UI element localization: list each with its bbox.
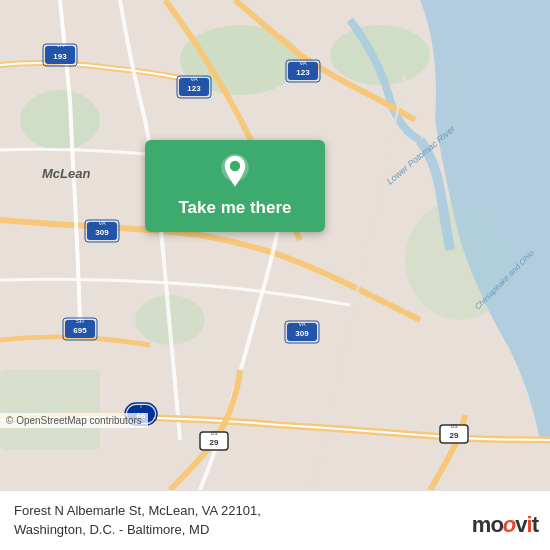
svg-text:VA: VA	[56, 42, 64, 48]
popup-container: Take me there	[145, 140, 325, 232]
bottom-bar: Forest N Albemarle St, McLean, VA 22101,…	[0, 490, 550, 550]
svg-text:I: I	[140, 403, 141, 409]
svg-text:SR: SR	[76, 318, 85, 324]
svg-text:309: 309	[95, 228, 109, 237]
svg-text:695: 695	[73, 326, 87, 335]
address-line2: Washington, D.C. - Baltimore, MD	[14, 522, 209, 537]
svg-point-45	[230, 161, 240, 171]
svg-text:VA: VA	[299, 60, 307, 66]
address-line1: Forest N Albemarle St, McLean, VA 22101,	[14, 503, 261, 518]
location-pin-icon	[217, 154, 253, 190]
svg-point-3	[20, 90, 100, 150]
moovit-logo-text: moovit	[472, 512, 538, 538]
svg-text:VA: VA	[298, 321, 306, 327]
svg-rect-6	[0, 370, 100, 450]
svg-text:123: 123	[296, 68, 310, 77]
svg-text:VA: VA	[98, 220, 106, 226]
moovit-logo: moovit	[472, 512, 538, 538]
svg-text:309: 309	[295, 329, 309, 338]
svg-text:US: US	[211, 430, 219, 436]
svg-text:US: US	[451, 423, 459, 429]
map-container: 193 VA 123 VA 123 VA 309 VA 309 VA 695 S…	[0, 0, 550, 490]
svg-text:McLean: McLean	[42, 166, 90, 181]
copyright-bar: © OpenStreetMap contributors	[0, 413, 148, 428]
svg-text:VA: VA	[190, 76, 198, 82]
svg-text:29: 29	[210, 438, 219, 447]
svg-text:29: 29	[450, 431, 459, 440]
take-me-there-label: Take me there	[178, 198, 291, 218]
svg-text:193: 193	[53, 52, 67, 61]
copyright-text: © OpenStreetMap contributors	[6, 415, 142, 426]
take-me-there-button[interactable]: Take me there	[145, 140, 325, 232]
svg-text:123: 123	[187, 84, 201, 93]
address-text: Forest N Albemarle St, McLean, VA 22101,…	[14, 502, 261, 538]
